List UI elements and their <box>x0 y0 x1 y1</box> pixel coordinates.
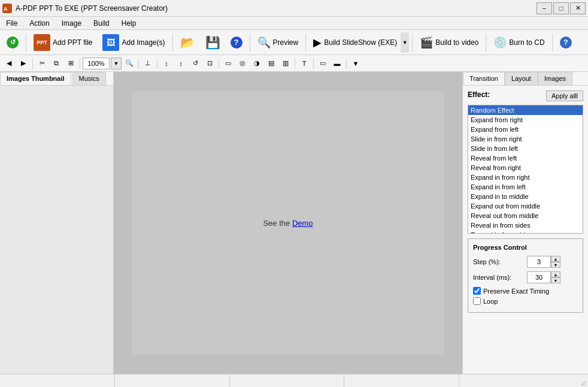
tool-a[interactable]: ⊥ <box>141 57 154 70</box>
interval-down-button[interactable]: ▼ <box>551 277 560 283</box>
nav-next-button[interactable]: ▶ <box>17 57 30 70</box>
close-button[interactable]: ✕ <box>570 2 586 14</box>
step-spinners: ▲ ▼ <box>551 256 560 268</box>
canvas-text-before: See the <box>263 219 292 228</box>
t2-sep7 <box>313 58 314 69</box>
separator-5 <box>412 34 413 52</box>
tool-more[interactable]: ▼ <box>349 57 362 70</box>
add-image-button[interactable]: 🖼 Add Image(s) <box>98 32 169 53</box>
effects-list-item[interactable]: Reveal from left <box>468 153 583 163</box>
demo-link[interactable]: Demo <box>292 219 313 228</box>
tool-l[interactable]: ▬ <box>331 57 344 70</box>
status-cell-2 <box>117 374 230 387</box>
effects-list-item[interactable]: Random Effect <box>468 105 583 115</box>
zoom-input[interactable] <box>83 58 110 69</box>
effects-list[interactable]: Random EffectExpand from rightExpand fro… <box>468 105 583 234</box>
help-circle2-button[interactable]: ? <box>556 32 576 53</box>
title-text: A-PDF PPT To EXE (PPT Screensaver Creato… <box>16 4 168 13</box>
apply-all-button[interactable]: Apply alll <box>546 90 583 101</box>
t2-sep5 <box>219 58 219 69</box>
right-content: Effect: Apply alll Random EffectExpand f… <box>463 86 588 374</box>
effects-list-item[interactable]: Expand in from right <box>468 173 583 182</box>
menu-help[interactable]: Help <box>116 18 143 28</box>
add-ppt-button[interactable]: PPT Add PPT file <box>29 32 96 53</box>
zoom-fit-button[interactable]: ⊞ <box>64 57 77 70</box>
tab-images[interactable]: Images <box>538 72 572 85</box>
preserve-timing-row: Preserve Exact Timing <box>473 287 578 295</box>
zoom-dropdown-button[interactable]: ▼ <box>111 58 122 69</box>
menu-build[interactable]: Build <box>87 18 116 28</box>
tab-images-thumbnail[interactable]: Images Thumbnail <box>0 72 71 85</box>
tab-layout[interactable]: Layout <box>505 72 538 85</box>
tool-f[interactable]: ◎ <box>236 57 249 70</box>
tool-k[interactable]: ▭ <box>316 57 329 70</box>
open-folder-button[interactable]: 📂 <box>176 32 199 53</box>
t2-sep6 <box>295 58 295 69</box>
save-icon: 💾 <box>205 35 220 50</box>
menu-image[interactable]: Image <box>56 18 87 28</box>
step-up-button[interactable]: ▲ <box>551 256 560 262</box>
step-down-button[interactable]: ▼ <box>551 262 560 268</box>
save-button[interactable]: 💾 <box>201 32 225 53</box>
effects-list-item[interactable]: Reveal out from middle <box>468 211 583 220</box>
tool-c[interactable]: ↕ <box>174 57 187 70</box>
build-slideshow-arrow[interactable]: ▼ <box>401 32 409 53</box>
slide-canvas: See the Demo <box>132 91 444 355</box>
effects-list-item[interactable]: Slide in from right <box>468 134 583 144</box>
effects-list-item[interactable]: Reveal from right <box>468 163 583 173</box>
loop-checkbox[interactable] <box>473 297 481 305</box>
copy-button[interactable]: ⧉ <box>50 57 63 70</box>
preserve-timing-label[interactable]: Preserve Exact Timing <box>483 288 549 295</box>
minimize-button[interactable]: − <box>537 2 552 14</box>
build-slideshow-button[interactable]: ▶ Build SlideShow (EXE) <box>309 32 401 53</box>
resize-icon <box>580 380 586 386</box>
canvas-area: See the Demo <box>114 72 462 374</box>
image-icon: 🖼 <box>102 34 119 51</box>
help-circle-button[interactable]: ? <box>226 32 247 53</box>
tool-d[interactable]: ↺ <box>189 57 202 70</box>
home-button[interactable]: ↺ <box>2 32 23 53</box>
menu-file[interactable]: File <box>0 18 23 28</box>
zoom-search-button[interactable]: 🔍 <box>123 57 136 70</box>
tool-select[interactable]: ▭ <box>222 57 235 70</box>
tool-h[interactable]: ▤ <box>265 57 278 70</box>
t2-sep4 <box>157 58 157 69</box>
build-slideshow-split: ▶ Build SlideShow (EXE) ▼ <box>309 32 409 53</box>
burn-cd-label: Burn to CD <box>509 38 544 47</box>
effects-list-item[interactable]: Expand from right <box>468 115 583 125</box>
tool-i[interactable]: ▥ <box>279 57 292 70</box>
cut-button[interactable]: ✂ <box>35 57 49 70</box>
tool-g[interactable]: ◑ <box>250 57 263 70</box>
burn-cd-button[interactable]: 💿 Burn to CD <box>489 32 548 53</box>
interval-up-button[interactable]: ▲ <box>551 271 560 277</box>
nav-prev-button[interactable]: ◀ <box>2 57 16 70</box>
loop-label[interactable]: Loop <box>483 298 498 305</box>
tab-transition[interactable]: Transition <box>463 72 505 85</box>
tool-j[interactable]: T <box>298 57 311 70</box>
effects-list-item[interactable]: Reveal in from sides <box>468 220 583 230</box>
tool-e[interactable]: ⊡ <box>203 57 216 70</box>
preview-label: Preview <box>273 38 299 47</box>
effects-list-item[interactable]: Expand from left <box>468 125 583 134</box>
effects-list-item[interactable]: Expand in from sides <box>468 230 583 234</box>
status-cell-1 <box>2 374 115 387</box>
separator-3 <box>250 34 250 52</box>
tool-b[interactable]: ↕ <box>160 57 173 70</box>
maximize-button[interactable]: □ <box>553 2 569 14</box>
resize-handle[interactable] <box>576 376 586 386</box>
effects-list-items: Random EffectExpand from rightExpand fro… <box>468 105 583 234</box>
t2-sep1 <box>32 58 33 69</box>
menu-action[interactable]: Action <box>23 18 55 28</box>
effects-list-item[interactable]: Slide in from left <box>468 144 583 153</box>
effects-list-item[interactable]: Expand in to middle <box>468 192 583 201</box>
menu-bar: File Action Image Build Help <box>0 17 588 30</box>
t2-sep8 <box>346 58 347 69</box>
interval-input[interactable] <box>527 271 551 283</box>
preview-button[interactable]: 🔍 Preview <box>253 32 303 53</box>
effects-list-item[interactable]: Expand in from left <box>468 182 583 192</box>
build-video-button[interactable]: 🎬 Build to video <box>416 32 483 53</box>
tab-musics[interactable]: Musics <box>72 72 106 85</box>
step-input[interactable] <box>527 256 551 268</box>
preserve-timing-checkbox[interactable] <box>473 287 481 295</box>
effects-list-item[interactable]: Expand out from middle <box>468 201 583 211</box>
